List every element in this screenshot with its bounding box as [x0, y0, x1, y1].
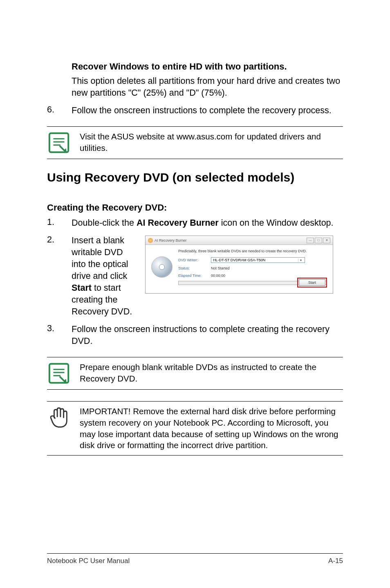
step-2: 2. Insert a blank writable DVD into the …	[47, 235, 343, 318]
step-text-bold: AI Recovery Burner	[137, 218, 219, 228]
step-text-suffix: icon on the Window desktop.	[219, 218, 334, 228]
window-body: Predictably, three blank writable DVDs a…	[146, 245, 333, 293]
status-label: Status:	[178, 266, 211, 270]
start-button-wrap: Start	[178, 278, 327, 287]
status-row: Status: Not Started	[178, 266, 327, 270]
step-number: 1.	[47, 217, 72, 229]
elapsed-value: 00:00:00	[211, 274, 225, 278]
footer-left: Notebook PC User Manual	[47, 557, 130, 565]
section-heading-recovery-dvd: Using Recovery DVD (on selected models)	[47, 171, 343, 184]
window-controls: — □ ✕	[307, 238, 330, 243]
step-3: 3. Follow the onscreen instructions to c…	[47, 323, 343, 347]
step-text-bold: Start	[72, 283, 92, 293]
dvd-writer-dropdown[interactable]: HL-DT-ST DVDRAM GSA-T50N ▾	[211, 257, 305, 263]
step-number: 2.	[47, 235, 72, 318]
app-icon	[148, 238, 153, 243]
dvd-writer-row: DVD Writer: HL-DT-ST DVDRAM GSA-T50N ▾	[178, 257, 327, 263]
titlebar-left: AI Recovery Burner	[148, 238, 187, 243]
chevron-down-icon: ▾	[298, 258, 303, 262]
step-number: 6.	[47, 105, 72, 117]
start-button-highlight: Start	[297, 278, 327, 287]
page-footer: Notebook PC User Manual A-15	[47, 553, 343, 565]
maximize-icon[interactable]: □	[315, 238, 322, 243]
close-icon[interactable]: ✕	[323, 238, 330, 243]
note-blank-dvds: Prepare enough blank writable DVDs as in…	[47, 357, 343, 390]
note-text: IMPORTANT! Remove the external hard disk…	[80, 406, 343, 451]
sub-heading-creating: Creating the Recovery DVD:	[47, 202, 343, 213]
note-icon	[47, 131, 71, 155]
note-text: Visit the ASUS website at www.asus.com f…	[80, 131, 343, 153]
hand-stop-icon	[47, 406, 71, 429]
step-text: Double-click the AI Recovery Burner icon…	[72, 217, 343, 229]
ai-recovery-burner-window: AI Recovery Burner — □ ✕ Predictably, th…	[145, 236, 333, 294]
note-important: IMPORTANT! Remove the external hard disk…	[47, 401, 343, 456]
elapsed-label: Elapsed Time:	[178, 274, 211, 278]
footer-page-number: A-15	[328, 557, 343, 565]
start-button[interactable]: Start	[299, 279, 325, 286]
step-text-prefix: Insert a blank writable DVD into the opt…	[72, 236, 128, 281]
window-titlebar: AI Recovery Burner — □ ✕	[146, 236, 333, 245]
note-text: Prepare enough blank writable DVDs as in…	[80, 361, 343, 384]
window-title: AI Recovery Burner	[155, 238, 187, 242]
step-text-prefix: Double-click the	[72, 218, 137, 228]
option-heading: Recover Windows to entire HD with two pa…	[47, 61, 343, 72]
disc-icon	[151, 256, 173, 278]
step-6: 6. Follow the onscreen instructions to c…	[47, 105, 343, 117]
note-icon	[47, 361, 71, 385]
note-drivers: Visit the ASUS website at www.asus.com f…	[47, 126, 343, 159]
step-1: 1. Double-click the AI Recovery Burner i…	[47, 217, 343, 229]
window-fields: Predictably, three blank writable DVDs a…	[178, 249, 327, 287]
step-number: 3.	[47, 323, 72, 347]
step-text: Follow the onscreen instructions to comp…	[72, 105, 343, 117]
step-text: Insert a blank writable DVD into the opt…	[72, 235, 137, 318]
dvd-writer-value: HL-DT-ST DVDRAM GSA-T50N	[213, 258, 265, 262]
minimize-icon[interactable]: —	[307, 238, 314, 243]
step-text: Follow the onscreen instructions to comp…	[72, 323, 343, 347]
option-desc: This option deletes all partitions from …	[47, 75, 343, 99]
status-value: Not Started	[211, 266, 230, 270]
window-message: Predictably, three blank writable DVDs a…	[178, 249, 327, 253]
elapsed-row: Elapsed Time: 00:00:00	[178, 274, 327, 278]
dvd-writer-label: DVD Writer:	[178, 258, 211, 262]
